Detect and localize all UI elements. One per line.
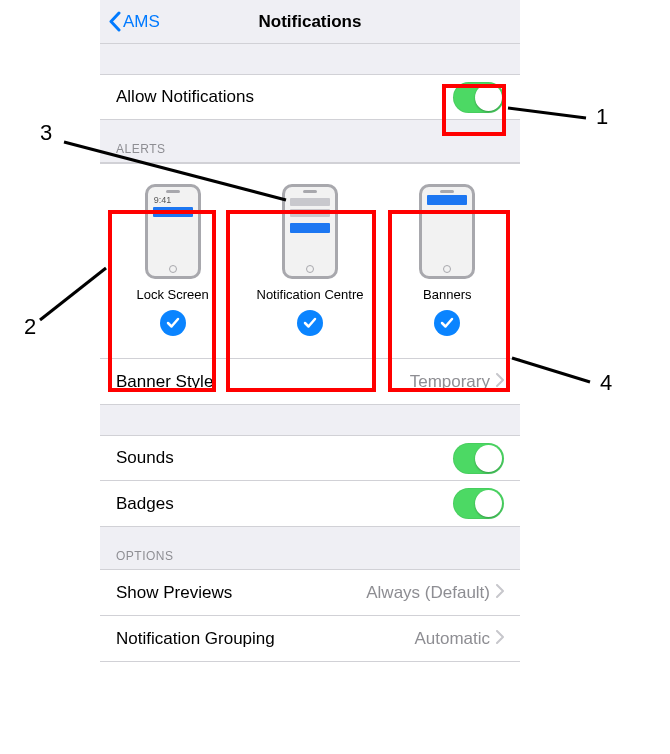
svg-line-2 — [40, 268, 106, 320]
notification-grouping-value: Automatic — [414, 629, 490, 649]
allow-notifications-toggle[interactable] — [453, 82, 504, 113]
banner-style-label: Banner Style — [116, 372, 213, 392]
back-button[interactable]: AMS — [108, 11, 160, 32]
back-label: AMS — [123, 12, 160, 32]
chevron-right-icon — [496, 372, 504, 392]
notification-grouping-row[interactable]: Notification Grouping Automatic — [100, 616, 520, 662]
badges-toggle[interactable] — [453, 488, 504, 519]
sounds-row[interactable]: Sounds — [100, 435, 520, 481]
banner-style-value: Temporary — [410, 372, 490, 392]
options-header: OPTIONS — [100, 527, 520, 570]
checkmark-icon[interactable] — [297, 310, 323, 336]
allow-notifications-label: Allow Notifications — [116, 87, 254, 107]
alerts-header: ALERTS — [100, 120, 520, 163]
alert-type-lock-screen[interactable]: 9:41 Lock Screen — [113, 178, 233, 344]
alert-types-row: 9:41 Lock Screen Notification Centre — [100, 163, 520, 359]
preview-clock: 9:41 — [148, 195, 198, 205]
banners-preview-icon — [419, 184, 475, 279]
svg-line-3 — [512, 358, 590, 382]
chevron-left-icon — [108, 11, 121, 32]
alert-type-banners[interactable]: Banners — [387, 178, 507, 344]
banner-style-row[interactable]: Banner Style Temporary — [100, 359, 520, 405]
page-title: Notifications — [259, 12, 362, 32]
alert-type-label: Banners — [423, 287, 471, 302]
lock-screen-preview-icon: 9:41 — [145, 184, 201, 279]
checkmark-icon[interactable] — [160, 310, 186, 336]
annotation-label-3: 3 — [40, 120, 52, 146]
notification-grouping-label: Notification Grouping — [116, 629, 275, 649]
checkmark-icon[interactable] — [434, 310, 460, 336]
chevron-right-icon — [496, 629, 504, 649]
settings-screen: AMS Notifications Allow Notifications AL… — [100, 0, 520, 662]
chevron-right-icon — [496, 583, 504, 603]
annotation-label-1: 1 — [596, 104, 608, 130]
annotation-label-4: 4 — [600, 370, 612, 396]
sounds-label: Sounds — [116, 448, 174, 468]
alert-type-label: Lock Screen — [137, 287, 209, 302]
notification-centre-preview-icon — [282, 184, 338, 279]
show-previews-row[interactable]: Show Previews Always (Default) — [100, 570, 520, 616]
navbar: AMS Notifications — [100, 0, 520, 44]
allow-notifications-row[interactable]: Allow Notifications — [100, 74, 520, 120]
badges-label: Badges — [116, 494, 174, 514]
sounds-toggle[interactable] — [453, 443, 504, 474]
alert-type-label: Notification Centre — [257, 287, 364, 302]
show-previews-label: Show Previews — [116, 583, 232, 603]
show-previews-value: Always (Default) — [366, 583, 490, 603]
alert-type-notification-centre[interactable]: Notification Centre — [250, 178, 370, 344]
badges-row[interactable]: Badges — [100, 481, 520, 527]
annotation-label-2: 2 — [24, 314, 36, 340]
